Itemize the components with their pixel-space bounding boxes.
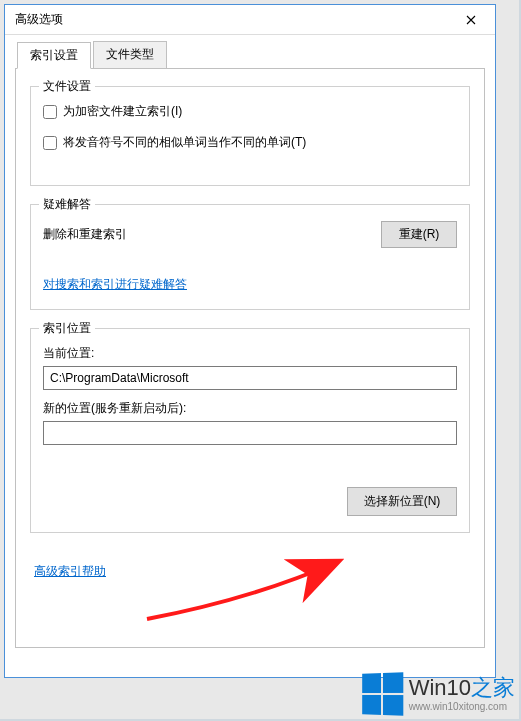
troubleshoot-link[interactable]: 对搜索和索引进行疑难解答 <box>43 277 187 291</box>
windows-logo-icon <box>362 672 403 716</box>
index-location-title: 索引位置 <box>39 320 95 337</box>
encrypt-label: 为加密文件建立索引(I) <box>63 103 182 120</box>
new-location-label: 新的位置(服务重新启动后): <box>43 400 457 417</box>
tab-file-types[interactable]: 文件类型 <box>93 41 167 68</box>
tab-index-settings[interactable]: 索引设置 <box>17 42 91 69</box>
file-settings-title: 文件设置 <box>39 78 95 95</box>
choose-new-location-button[interactable]: 选择新位置(N) <box>347 487 457 516</box>
current-location-label: 当前位置: <box>43 345 457 362</box>
watermark: Win10之家 www.win10xitong.com <box>361 673 515 715</box>
diacritics-checkbox[interactable] <box>43 136 57 150</box>
close-icon <box>466 12 476 28</box>
encrypt-checkbox[interactable] <box>43 105 57 119</box>
encrypt-checkbox-row[interactable]: 为加密文件建立索引(I) <box>43 103 457 120</box>
diacritics-label: 将发音符号不同的相似单词当作不同的单词(T) <box>63 134 306 151</box>
window-body: 索引设置 文件类型 文件设置 为加密文件建立索引(I) 将发音符号不同的相似单词… <box>5 35 495 677</box>
troubleshoot-group: 疑难解答 删除和重建索引 重建(R) 对搜索和索引进行疑难解答 <box>30 204 470 310</box>
watermark-prefix: Win10 <box>409 675 471 700</box>
watermark-text: Win10之家 www.win10xitong.com <box>409 676 515 711</box>
new-location-field[interactable] <box>43 421 457 445</box>
current-location-field[interactable] <box>43 366 457 390</box>
window-title: 高级选项 <box>15 11 63 28</box>
location-actions: 选择新位置(N) <box>43 487 457 516</box>
file-settings-group: 文件设置 为加密文件建立索引(I) 将发音符号不同的相似单词当作不同的单词(T) <box>30 86 470 186</box>
advanced-help-link[interactable]: 高级索引帮助 <box>34 564 106 578</box>
advanced-options-window: 高级选项 索引设置 文件类型 文件设置 为加密文件建立索引(I) 将发音符号不同 <box>4 4 496 678</box>
footer-help-row: 高级索引帮助 <box>30 551 470 580</box>
watermark-suffix: 之家 <box>471 675 515 700</box>
troubleshoot-title: 疑难解答 <box>39 196 95 213</box>
tab-content: 文件设置 为加密文件建立索引(I) 将发音符号不同的相似单词当作不同的单词(T)… <box>15 68 485 648</box>
rebuild-button[interactable]: 重建(R) <box>381 221 457 248</box>
rebuild-label: 删除和重建索引 <box>43 226 127 243</box>
watermark-url: www.win10xitong.com <box>409 701 515 712</box>
diacritics-checkbox-row[interactable]: 将发音符号不同的相似单词当作不同的单词(T) <box>43 134 457 151</box>
titlebar: 高级选项 <box>5 5 495 35</box>
rebuild-row: 删除和重建索引 重建(R) <box>43 221 457 248</box>
close-button[interactable] <box>455 8 487 32</box>
index-location-group: 索引位置 当前位置: 新的位置(服务重新启动后): 选择新位置(N) <box>30 328 470 533</box>
tab-bar: 索引设置 文件类型 <box>15 41 485 69</box>
